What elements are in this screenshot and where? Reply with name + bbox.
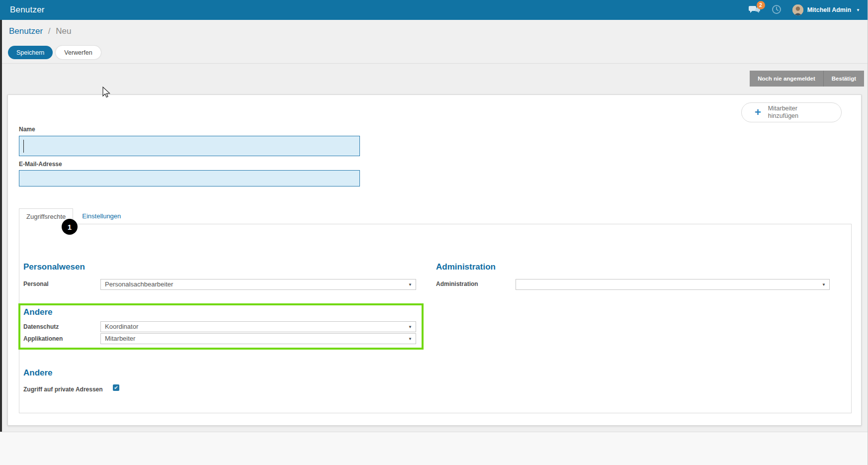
messages-button[interactable]: 2 bbox=[749, 4, 761, 15]
mouse-cursor bbox=[101, 87, 111, 98]
avatar bbox=[792, 4, 803, 15]
select-caret-icon: ▼ bbox=[408, 282, 412, 287]
discard-button[interactable]: Verwerfen bbox=[56, 46, 100, 59]
group-title-other: Andere bbox=[23, 307, 53, 317]
form-view: Noch nie angemeldet Bestätigt + Mitarbei… bbox=[0, 64, 868, 432]
datenschutz-select[interactable]: Koordinator ▼ bbox=[100, 321, 416, 332]
footer-area bbox=[0, 432, 868, 465]
administration-label: Administration bbox=[436, 280, 478, 287]
status-never-connected[interactable]: Noch nie angemeldet bbox=[750, 71, 823, 87]
select-caret-icon: ▼ bbox=[408, 325, 412, 329]
plus-icon: + bbox=[755, 107, 761, 118]
select-caret-icon: ▼ bbox=[822, 282, 826, 287]
email-input[interactable] bbox=[19, 170, 360, 186]
private-address-checkbox[interactable]: ✔ bbox=[113, 384, 119, 391]
check-icon: ✔ bbox=[114, 385, 118, 390]
administration-select[interactable]: ▼ bbox=[516, 279, 830, 290]
applikationen-select[interactable]: Mitarbeiter ▼ bbox=[100, 333, 416, 344]
top-bar: Benutzer 2 bbox=[0, 0, 868, 20]
breadcrumb-current: Neu bbox=[56, 26, 71, 36]
datenschutz-label: Datenschutz bbox=[23, 323, 59, 330]
user-menu[interactable]: Mitchell Admin ▼ bbox=[792, 4, 860, 15]
personal-label: Personal bbox=[23, 280, 49, 287]
messages-count-badge: 2 bbox=[757, 1, 765, 9]
applikationen-label: Applikationen bbox=[23, 335, 63, 342]
email-label: E-Mail-Adresse bbox=[19, 161, 62, 168]
access-rights-tab-content: Personalwesen Personal Personalsachbearb… bbox=[19, 224, 852, 413]
breadcrumb-separator: / bbox=[48, 26, 51, 36]
private-address-label: Zugriff auf private Adressen bbox=[23, 386, 103, 393]
add-employee-button[interactable]: + Mitarbeiter hinzufügen bbox=[741, 102, 842, 122]
text-caret bbox=[23, 140, 24, 153]
add-employee-label: Mitarbeiter hinzufügen bbox=[768, 105, 798, 120]
tutorial-step-badge: 1 bbox=[62, 219, 78, 235]
window-left-edge bbox=[0, 20, 2, 432]
personal-select[interactable]: Personalsachbearbeiter ▼ bbox=[100, 279, 416, 290]
name-input[interactable] bbox=[19, 136, 360, 156]
name-label: Name bbox=[19, 126, 35, 133]
group-title-hr: Personalwesen bbox=[23, 262, 85, 272]
save-button[interactable]: Speichern bbox=[8, 46, 53, 59]
group-title-other2: Andere bbox=[23, 368, 53, 378]
form-action-buttons: Speichern Verwerfen bbox=[8, 46, 101, 59]
breadcrumb: Benutzer / Neu bbox=[9, 26, 71, 36]
activities-button[interactable] bbox=[772, 4, 781, 15]
app-window: Benutzer 2 bbox=[0, 0, 868, 465]
breadcrumb-parent-link[interactable]: Benutzer bbox=[9, 26, 43, 36]
status-bar: Noch nie angemeldet Bestätigt bbox=[750, 71, 864, 87]
clock-icon bbox=[772, 4, 781, 14]
group-title-admin: Administration bbox=[436, 262, 496, 272]
select-caret-icon: ▼ bbox=[408, 337, 412, 341]
chevron-down-icon: ▼ bbox=[856, 8, 860, 12]
app-title: Benutzer bbox=[10, 5, 45, 15]
top-bar-right: 2 Mitchell Admin ▼ bbox=[749, 4, 860, 15]
tab-preferences[interactable]: Einstellungen bbox=[75, 208, 128, 224]
form-sheet: + Mitarbeiter hinzufügen Name E-Mail-Adr… bbox=[7, 94, 862, 426]
status-confirmed[interactable]: Bestätigt bbox=[823, 71, 864, 87]
user-name: Mitchell Admin bbox=[807, 6, 851, 13]
control-panel: Benutzer / Neu Speichern Verwerfen bbox=[0, 20, 868, 64]
